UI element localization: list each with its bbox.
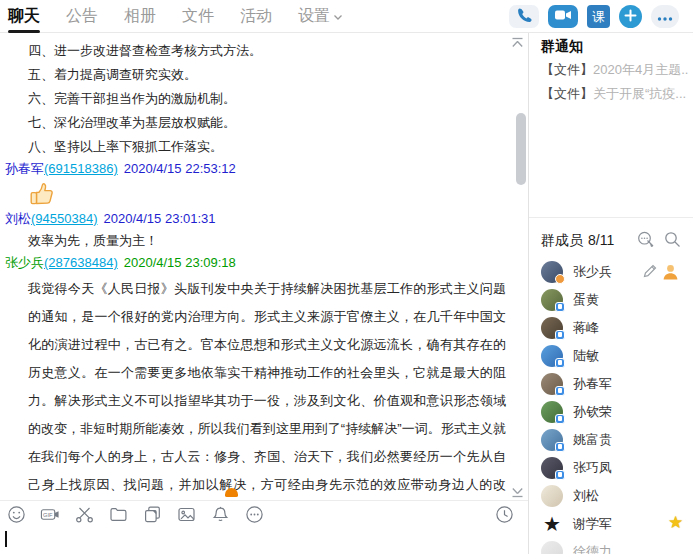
screenshot-scissors-icon[interactable]	[74, 504, 94, 524]
message-body: 效率为先，质量为主！	[28, 229, 512, 253]
avatar	[541, 401, 563, 423]
status-badge	[555, 414, 565, 424]
ellipsis-icon	[657, 8, 673, 26]
avatar	[541, 541, 563, 554]
scroll-to-bottom-button[interactable]	[510, 484, 527, 497]
divider	[529, 217, 693, 218]
sidebar: 群通知 【文件】2020年4月主题... 【文件】关于开展“抗疫... 群成员8…	[528, 33, 693, 554]
add-button[interactable]	[619, 5, 642, 28]
message-line: 八、坚持以上率下狠抓工作落实。	[28, 135, 512, 159]
more-button[interactable]	[651, 5, 679, 28]
history-clock-icon[interactable]	[494, 504, 514, 524]
bell-icon[interactable]	[210, 504, 230, 524]
status-badge	[555, 358, 565, 368]
member-row[interactable]: 姚富贵	[529, 426, 693, 454]
plus-icon	[624, 8, 637, 26]
video-call-button[interactable]	[548, 5, 578, 28]
sender-name[interactable]: 孙春军	[5, 161, 44, 176]
member-row[interactable]: 蛋黄	[529, 286, 693, 314]
member-name: 徐德力	[573, 541, 612, 554]
member-name: 孙春军	[573, 373, 612, 395]
avatar	[541, 317, 563, 339]
member-row[interactable]: 孙钦荣	[529, 398, 693, 426]
message-line: 五、着力提高调查研究实效。	[28, 63, 512, 87]
svg-text:GIF: GIF	[43, 512, 53, 518]
member-row[interactable]: 孙春军	[529, 370, 693, 398]
tab-announcement[interactable]: 公告	[66, 0, 98, 33]
gold-star-icon: ★	[668, 512, 683, 533]
message-header: 张少兵(287638484)2020/4/15 23:09:18	[5, 253, 512, 273]
tab-chat[interactable]: 聊天	[8, 0, 40, 33]
voice-call-button[interactable]	[509, 5, 539, 28]
member-name: 刘松	[573, 485, 599, 507]
member-row[interactable]: 蒋峰	[529, 314, 693, 342]
scroll-to-top-button[interactable]	[510, 36, 527, 49]
sender-uid-link[interactable]: (94550384)	[31, 211, 98, 226]
scrollbar-thumb[interactable]	[516, 113, 526, 185]
message-line: 七、深化治理改革为基层放权赋能。	[28, 111, 512, 135]
avatar	[541, 373, 563, 395]
member-row[interactable]: 刘松	[529, 482, 693, 510]
chevron-down-icon	[333, 0, 343, 31]
notice-file-item[interactable]: 【文件】2020年4月主题...	[541, 61, 689, 79]
clipped-emoji	[225, 488, 238, 497]
message-body: 我觉得今天《人民日报》头版刊发中央关于持续解决困扰基层工作的形式主义问题的通知，…	[28, 275, 506, 500]
folder-icon[interactable]	[108, 504, 128, 524]
file-transfer-icon[interactable]	[142, 504, 162, 524]
tab-activity[interactable]: 活动	[240, 0, 272, 33]
message-timestamp: 2020/4/15 23:09:18	[124, 255, 236, 270]
file-tag: 【文件】	[541, 86, 593, 101]
message-history[interactable]: 四、进一步改进督查检查考核方式方法。 五、着力提高调查研究实效。 六、完善干部担…	[0, 33, 512, 500]
file-tag: 【文件】	[541, 62, 593, 77]
course-label: 课	[592, 8, 605, 26]
text-caret	[5, 531, 7, 547]
member-name: 张巧凤	[573, 457, 612, 479]
video-phone-icon	[554, 8, 572, 26]
emoji-icon[interactable]	[6, 504, 26, 524]
sender-name[interactable]: 刘松	[5, 211, 31, 226]
tab-album[interactable]: 相册	[124, 0, 156, 33]
member-name: 张少兵	[573, 261, 612, 283]
member-row[interactable]: ★ 谢学军 ★	[529, 510, 693, 538]
message-input[interactable]	[0, 527, 528, 554]
nav-actions: 课	[509, 5, 679, 28]
sender-uid-link[interactable]: (691518386)	[44, 161, 118, 176]
message-body	[28, 179, 512, 209]
member-row[interactable]: 徐德力	[529, 538, 693, 554]
member-manage-icon[interactable]	[637, 231, 655, 248]
search-icon[interactable]	[664, 231, 682, 248]
notice-file-item[interactable]: 【文件】关于开展“抗疫...	[541, 85, 689, 103]
message-timestamp: 2020/4/15 22:53:12	[124, 161, 236, 176]
tab-settings[interactable]: 设置	[298, 0, 343, 33]
status-badge	[555, 274, 565, 284]
status-badge	[555, 386, 565, 396]
more-tools-icon[interactable]	[244, 504, 264, 524]
sender-uid-link[interactable]: (287638484)	[44, 255, 118, 270]
gif-icon[interactable]: GIF	[40, 504, 60, 524]
group-chat-window: 聊天 公告 相册 文件 活动 设置 课 四、进一步改进督查检查考核方式方	[0, 0, 693, 554]
member-row[interactable]: 陆敏	[529, 342, 693, 370]
status-badge	[555, 470, 565, 480]
member-name: 蛋黄	[573, 289, 599, 311]
member-name: 陆敏	[573, 345, 599, 367]
avatar	[541, 261, 563, 283]
member-row[interactable]: 张巧凤	[529, 454, 693, 482]
avatar: ★	[541, 513, 563, 535]
navbar: 聊天 公告 相册 文件 活动 设置 课	[0, 0, 693, 33]
tab-files[interactable]: 文件	[182, 0, 214, 33]
member-row[interactable]: 张少兵	[529, 258, 693, 286]
avatar	[541, 457, 563, 479]
course-button[interactable]: 课	[587, 5, 610, 28]
sender-name[interactable]: 张少兵	[5, 255, 44, 270]
image-icon[interactable]	[176, 504, 196, 524]
edit-pencil-icon[interactable]	[642, 263, 658, 283]
member-name: 姚富贵	[573, 429, 612, 451]
nav-tabs: 聊天 公告 相册 文件 活动 设置	[8, 0, 343, 33]
status-badge	[555, 442, 565, 452]
message-line: 四、进一步改进督查检查考核方式方法。	[28, 39, 512, 63]
status-badge	[555, 302, 565, 312]
file-name: 关于开展“抗疫...	[593, 86, 686, 101]
tab-settings-label: 设置	[298, 7, 330, 24]
members-header: 群成员8/11	[541, 232, 614, 250]
avatar	[541, 345, 563, 367]
